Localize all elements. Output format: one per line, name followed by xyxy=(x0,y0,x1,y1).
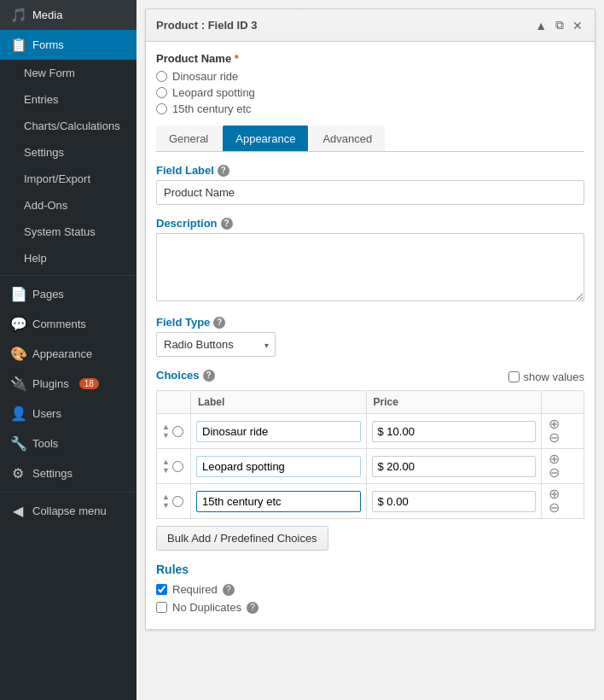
choice-label-input-2[interactable] xyxy=(196,456,361,477)
field-label-help-icon[interactable]: ? xyxy=(218,165,229,177)
field-type-help-icon[interactable]: ? xyxy=(213,317,225,329)
description-textarea[interactable] xyxy=(156,233,584,301)
col-controls xyxy=(157,391,191,414)
tab-general[interactable]: General xyxy=(156,125,221,151)
row2-actions: ⊕ ⊖ xyxy=(542,449,584,484)
sidebar-item-settings[interactable]: Settings xyxy=(0,139,136,166)
remove-choice-2-button[interactable]: ⊖ xyxy=(547,466,561,480)
form-panel: Product : Field ID 3 ▲ ⧉ ✕ Product Name … xyxy=(145,9,595,630)
sidebar-item-entries[interactable]: Entries xyxy=(0,86,136,113)
sidebar-item-collapse[interactable]: ◀ Collapse menu xyxy=(0,496,136,526)
sidebar-item-new-form[interactable]: New Form xyxy=(0,60,136,86)
users-label: Users xyxy=(32,407,61,420)
sidebar-item-settings2[interactable]: ⚙ Settings xyxy=(0,458,136,488)
tab-appearance[interactable]: Appearance xyxy=(223,125,308,151)
panel-body: Product Name * Dinosaur ride Leopard spo… xyxy=(146,42,595,629)
sidebar-item-media[interactable]: 🎵 Media xyxy=(0,0,136,30)
plugins-badge: 18 xyxy=(79,378,99,389)
choices-header: Choices ? show values xyxy=(156,369,584,385)
sort-arrows-1[interactable]: ▲▼ xyxy=(162,423,170,440)
sidebar-item-appearance[interactable]: 🎨 Appearance xyxy=(0,339,136,369)
panel-collapse-button[interactable]: ▲ xyxy=(533,17,549,34)
sidebar-item-charts[interactable]: Charts/Calculations xyxy=(0,113,136,139)
remove-choice-1-button[interactable]: ⊖ xyxy=(547,431,561,445)
field-label-input[interactable] xyxy=(156,180,584,205)
radio-dinosaur[interactable] xyxy=(156,71,167,82)
required-help-icon[interactable]: ? xyxy=(223,584,235,596)
tabs: General Appearance Advanced xyxy=(156,125,584,152)
sidebar-item-pages[interactable]: 📄 Pages xyxy=(0,279,136,309)
panel-close-button[interactable]: ✕ xyxy=(571,17,584,34)
tools-icon: 🔧 xyxy=(10,435,26,452)
description-text: Description xyxy=(156,217,218,230)
choice-price-input-3[interactable] xyxy=(372,491,537,512)
field-type-group: Field Type ? Radio Buttons Checkboxes Se… xyxy=(156,316,584,357)
choice-radio-3[interactable] xyxy=(172,496,183,507)
no-duplicates-help-icon[interactable]: ? xyxy=(247,602,258,614)
comments-label: Comments xyxy=(32,318,86,330)
plugins-icon: 🔌 xyxy=(10,376,26,392)
field-label-group: Field Label ? xyxy=(156,164,584,205)
forms-icon: 📋 xyxy=(10,37,26,53)
add-choice-3-button[interactable]: ⊕ xyxy=(547,487,561,501)
sidebar-item-help[interactable]: Help xyxy=(0,245,136,271)
sidebar-item-import-export[interactable]: Import/Export xyxy=(0,166,136,192)
radio-leopard[interactable] xyxy=(156,87,167,98)
rules-section: Rules Required ? No Duplicates ? xyxy=(156,563,584,614)
row2-controls: ▲▼ xyxy=(157,449,191,484)
system-status-label: System Status xyxy=(24,225,96,238)
row1-controls: ▲▼ xyxy=(157,414,191,449)
sidebar-item-tools[interactable]: 🔧 Tools xyxy=(0,429,136,458)
required-checkbox[interactable] xyxy=(156,584,167,595)
sidebar-item-users[interactable]: 👤 Users xyxy=(0,399,136,429)
add-ons-label: Add-Ons xyxy=(24,199,67,212)
add-choice-2-button[interactable]: ⊕ xyxy=(547,452,561,466)
choice-price-input-2[interactable] xyxy=(372,456,537,477)
product-name-label: Product Name * xyxy=(156,52,584,65)
sort-arrows-2[interactable]: ▲▼ xyxy=(162,458,170,475)
no-duplicates-row: No Duplicates ? xyxy=(156,601,584,614)
row1-label xyxy=(191,414,367,449)
choice-radio-2[interactable] xyxy=(172,461,183,472)
choices-help-icon[interactable]: ? xyxy=(203,370,215,382)
radio-option-2: Leopard spotting xyxy=(156,86,584,99)
description-label: Description ? xyxy=(156,217,584,230)
panel-copy-button[interactable]: ⧉ xyxy=(554,16,566,34)
choice-controls-2: ▲▼ xyxy=(162,458,185,475)
add-choice-1-button[interactable]: ⊕ xyxy=(547,417,561,431)
field-label-label: Field Label ? xyxy=(156,164,584,177)
sidebar-item-plugins[interactable]: 🔌 Plugins 18 xyxy=(0,369,136,399)
table-row: ▲▼ ⊕ ⊖ xyxy=(157,414,584,449)
field-type-label: Field Type ? xyxy=(156,316,584,329)
remove-choice-3-button[interactable]: ⊖ xyxy=(547,501,561,515)
field-type-select[interactable]: Radio Buttons Checkboxes Select Text xyxy=(156,332,276,357)
choice-label-input-3[interactable] xyxy=(196,491,361,512)
choice-price-input-1[interactable] xyxy=(372,421,537,442)
sidebar-item-comments[interactable]: 💬 Comments xyxy=(0,309,136,339)
choice-radio-1[interactable] xyxy=(172,426,183,437)
tools-label: Tools xyxy=(32,437,58,450)
settings-label: Settings xyxy=(24,146,64,159)
panel-title: Product : Field ID 3 xyxy=(156,19,257,32)
radio-option-1: Dinosaur ride xyxy=(156,70,584,83)
radio-15th[interactable] xyxy=(156,103,167,114)
sidebar-item-forms[interactable]: 📋 Forms xyxy=(0,30,136,60)
row1-actions: ⊕ ⊖ xyxy=(542,414,584,449)
show-values-checkbox[interactable] xyxy=(508,371,520,382)
sidebar-item-system-status[interactable]: System Status xyxy=(0,219,136,245)
sidebar-item-label: Forms xyxy=(32,38,64,51)
panel-header-actions: ▲ ⧉ ✕ xyxy=(533,16,584,34)
field-label-text: Field Label xyxy=(156,164,214,177)
choice-label-input-1[interactable] xyxy=(196,421,361,442)
sidebar-item-add-ons[interactable]: Add-Ons xyxy=(0,192,136,219)
no-duplicates-checkbox[interactable] xyxy=(156,602,167,613)
required-row: Required ? xyxy=(156,583,584,596)
tab-advanced[interactable]: Advanced xyxy=(310,125,385,151)
row3-actions: ⊕ ⊖ xyxy=(542,484,584,519)
row2-label xyxy=(191,449,367,484)
description-help-icon[interactable]: ? xyxy=(221,218,233,230)
pages-label: Pages xyxy=(32,288,64,300)
bulk-add-button[interactable]: Bulk Add / Predefined Choices xyxy=(156,526,328,551)
main-content: Product : Field ID 3 ▲ ⧉ ✕ Product Name … xyxy=(136,0,604,700)
sort-arrows-3[interactable]: ▲▼ xyxy=(162,493,170,510)
